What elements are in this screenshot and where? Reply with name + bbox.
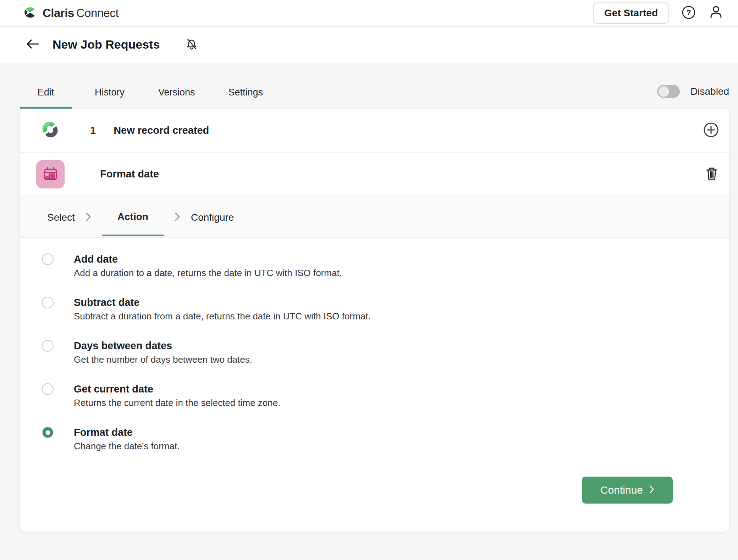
- radio-add-date[interactable]: [42, 253, 54, 265]
- card-footer: Continue: [582, 477, 729, 532]
- option-description: Subtract a duration from a date, returns…: [74, 309, 371, 323]
- svg-text:?: ?: [686, 8, 691, 17]
- option-get-current-date[interactable]: Get current date Returns the current dat…: [42, 382, 729, 410]
- add-step-button[interactable]: [703, 122, 719, 139]
- option-description: Get the number of days between two dates…: [74, 353, 252, 366]
- radio-days-between-dates[interactable]: [42, 340, 54, 352]
- option-add-date[interactable]: Add date Add a duration to a date, retur…: [42, 252, 729, 280]
- get-started-button[interactable]: Get Started: [593, 2, 669, 24]
- step-title-trigger: New record created: [114, 125, 209, 136]
- tab-edit[interactable]: Edit: [20, 87, 72, 109]
- radio-get-current-date[interactable]: [42, 383, 54, 395]
- breadcrumb-step-configure[interactable]: Configure: [191, 198, 234, 235]
- notifications-muted-button[interactable]: [185, 38, 198, 51]
- breadcrumb-step-action[interactable]: Action: [102, 198, 164, 236]
- breadcrumb-step-select[interactable]: Select: [47, 198, 75, 235]
- option-title: Add date: [74, 252, 342, 266]
- option-title: Days between dates: [74, 339, 252, 353]
- bell-off-icon: [185, 38, 198, 51]
- date-utility-tile: [36, 160, 65, 188]
- page-title: New Job Requests: [53, 38, 160, 51]
- continue-button[interactable]: Continue: [582, 477, 673, 504]
- top-bar: ClarisConnect Get Started ?: [0, 0, 738, 27]
- continue-label: Continue: [600, 484, 643, 496]
- back-arrow-icon: [26, 38, 40, 51]
- chevron-right-icon: [175, 212, 180, 221]
- option-format-date[interactable]: Format date Change the date's format.: [42, 425, 729, 453]
- action-options-list: Add date Add a duration to a date, retur…: [20, 238, 729, 468]
- account-button[interactable]: [708, 5, 724, 21]
- help-button[interactable]: ?: [681, 5, 696, 21]
- enable-toggle-group: Disabled: [657, 85, 729, 109]
- step-title-action: Format date: [100, 168, 159, 180]
- chevron-right-icon: [649, 484, 654, 496]
- tab-bar: Edit History Versions Settings: [20, 87, 274, 109]
- tabs-row: Edit History Versions Settings Disabled: [0, 62, 738, 109]
- chevron-right-icon: [86, 212, 91, 221]
- breadcrumb: Select Action Configure: [20, 196, 729, 238]
- tab-versions[interactable]: Versions: [148, 87, 206, 109]
- option-description: Returns the current date in the selected…: [74, 396, 280, 410]
- person-icon: [708, 5, 724, 21]
- toggle-state-label: Disabled: [690, 86, 729, 97]
- delete-step-button[interactable]: [704, 166, 719, 182]
- radio-format-date[interactable]: [42, 427, 54, 438]
- brand-logo[interactable]: ClarisConnect: [23, 5, 119, 21]
- brand-name: ClarisConnect: [43, 6, 119, 20]
- flow-step-trigger[interactable]: 1 New record created: [20, 109, 729, 153]
- option-description: Change the date's format.: [74, 439, 180, 453]
- radio-subtract-date[interactable]: [42, 297, 54, 308]
- option-title: Format date: [74, 425, 180, 439]
- back-button[interactable]: [26, 38, 40, 51]
- option-description: Add a duration to a date, returns the da…: [74, 266, 342, 280]
- toggle-knob: [659, 86, 669, 97]
- title-bar: New Job Requests: [0, 27, 738, 62]
- tab-settings[interactable]: Settings: [218, 87, 274, 109]
- option-subtract-date[interactable]: Subtract date Subtract a duration from a…: [42, 295, 729, 323]
- option-title: Subtract date: [74, 295, 371, 309]
- plus-circle-icon: [703, 122, 719, 139]
- flow-step-action[interactable]: Format date: [20, 153, 729, 196]
- option-title: Get current date: [74, 382, 280, 396]
- option-days-between-dates[interactable]: Days between dates Get the number of day…: [42, 339, 729, 366]
- claris-s-icon: [40, 119, 60, 141]
- flow-card: 1 New record created: [20, 109, 729, 532]
- calendar-icon: [42, 165, 59, 183]
- question-mark-circle-icon: ?: [681, 5, 696, 21]
- step-number: 1: [90, 125, 96, 136]
- enabled-toggle[interactable]: [657, 85, 680, 98]
- trash-icon: [704, 166, 719, 182]
- claris-logo-mark-icon: [23, 5, 38, 21]
- tab-history[interactable]: History: [84, 87, 136, 109]
